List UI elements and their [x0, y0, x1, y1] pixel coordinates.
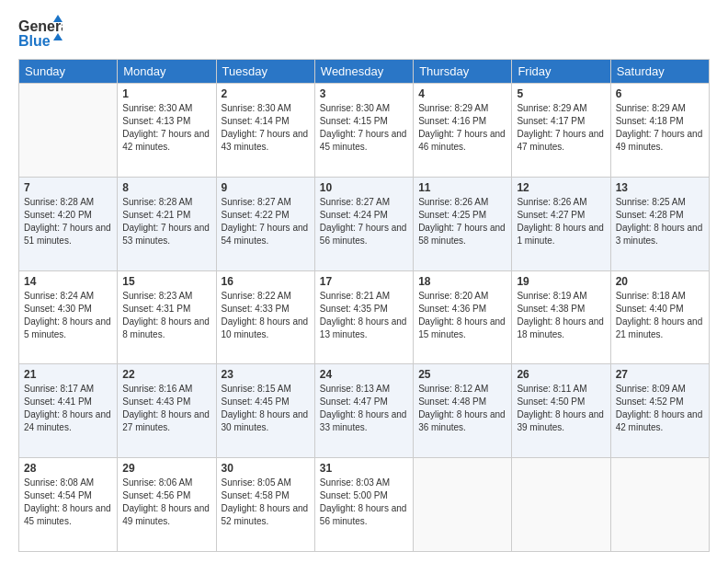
day-number: 4: [418, 87, 506, 100]
day-number: 31: [320, 462, 408, 475]
day-detail: Sunrise: 8:30 AM Sunset: 4:14 PM Dayligh…: [222, 102, 310, 154]
day-number: 25: [418, 368, 506, 381]
day-detail: Sunrise: 8:18 AM Sunset: 4:40 PM Dayligh…: [616, 290, 704, 341]
day-detail: Sunrise: 8:29 AM Sunset: 4:17 PM Dayligh…: [517, 102, 605, 154]
day-detail: Sunrise: 8:11 AM Sunset: 4:50 PM Dayligh…: [517, 383, 605, 434]
calendar-day-cell: 23Sunrise: 8:15 AM Sunset: 4:45 PM Dayli…: [216, 364, 314, 458]
day-detail: Sunrise: 8:27 AM Sunset: 4:22 PM Dayligh…: [222, 196, 310, 247]
page: General Blue SundayMondayTuesdayWednesda…: [0, 0, 728, 563]
day-number: 9: [222, 181, 310, 194]
calendar-day-cell: 27Sunrise: 8:09 AM Sunset: 4:52 PM Dayli…: [610, 364, 709, 458]
calendar-day-cell: 25Sunrise: 8:12 AM Sunset: 4:48 PM Dayli…: [414, 364, 512, 458]
calendar-day-cell: 13Sunrise: 8:25 AM Sunset: 4:28 PM Dayli…: [610, 177, 709, 270]
day-number: 17: [320, 275, 408, 288]
day-detail: Sunrise: 8:27 AM Sunset: 4:24 PM Dayligh…: [320, 196, 408, 247]
day-detail: Sunrise: 8:30 AM Sunset: 4:15 PM Dayligh…: [320, 102, 408, 154]
day-number: 27: [616, 368, 704, 381]
day-number: 23: [222, 368, 310, 381]
day-detail: Sunrise: 8:13 AM Sunset: 4:47 PM Dayligh…: [320, 383, 408, 434]
day-detail: Sunrise: 8:09 AM Sunset: 4:52 PM Dayligh…: [616, 383, 704, 434]
logo: General Blue: [18, 15, 63, 52]
day-number: 15: [122, 275, 210, 288]
day-number: 6: [616, 87, 704, 100]
calendar-day-cell: 30Sunrise: 8:05 AM Sunset: 4:58 PM Dayli…: [216, 458, 314, 552]
day-detail: Sunrise: 8:20 AM Sunset: 4:36 PM Dayligh…: [418, 290, 506, 341]
day-number: 1: [122, 87, 210, 100]
calendar-day-cell: 31Sunrise: 8:03 AM Sunset: 5:00 PM Dayli…: [314, 458, 413, 552]
calendar-day-cell: 8Sunrise: 8:28 AM Sunset: 4:21 PM Daylig…: [118, 177, 216, 270]
calendar-day-cell: 28Sunrise: 8:08 AM Sunset: 4:54 PM Dayli…: [19, 458, 118, 552]
day-detail: Sunrise: 8:17 AM Sunset: 4:41 PM Dayligh…: [24, 383, 112, 434]
day-number: 11: [418, 181, 506, 194]
calendar-table: SundayMondayTuesdayWednesdayThursdayFrid…: [18, 59, 710, 552]
day-number: 19: [517, 275, 605, 288]
day-detail: Sunrise: 8:16 AM Sunset: 4:43 PM Dayligh…: [122, 383, 210, 434]
day-detail: Sunrise: 8:23 AM Sunset: 4:31 PM Dayligh…: [122, 290, 210, 341]
calendar-day-header: Thursday: [414, 60, 512, 84]
day-detail: Sunrise: 8:03 AM Sunset: 5:00 PM Dayligh…: [320, 477, 408, 528]
calendar-week-row: 7Sunrise: 8:28 AM Sunset: 4:20 PM Daylig…: [19, 177, 710, 270]
calendar-day-cell: 18Sunrise: 8:20 AM Sunset: 4:36 PM Dayli…: [414, 270, 512, 364]
day-detail: Sunrise: 8:29 AM Sunset: 4:18 PM Dayligh…: [616, 102, 704, 154]
day-number: 24: [320, 368, 408, 381]
calendar-day-cell: 2Sunrise: 8:30 AM Sunset: 4:14 PM Daylig…: [216, 84, 314, 178]
calendar-header-row: SundayMondayTuesdayWednesdayThursdayFrid…: [19, 60, 710, 84]
calendar-day-cell: 3Sunrise: 8:30 AM Sunset: 4:15 PM Daylig…: [314, 84, 413, 178]
svg-marker-3: [53, 33, 63, 40]
calendar-day-cell: 17Sunrise: 8:21 AM Sunset: 4:35 PM Dayli…: [314, 270, 413, 364]
day-number: 10: [320, 181, 408, 194]
day-number: 22: [122, 368, 210, 381]
day-number: 20: [616, 275, 704, 288]
day-detail: Sunrise: 8:26 AM Sunset: 4:25 PM Dayligh…: [418, 196, 506, 247]
day-number: 8: [122, 181, 210, 194]
day-number: 14: [24, 275, 112, 288]
calendar-day-cell: 19Sunrise: 8:19 AM Sunset: 4:38 PM Dayli…: [512, 270, 610, 364]
day-detail: Sunrise: 8:29 AM Sunset: 4:16 PM Dayligh…: [418, 102, 506, 154]
calendar-day-header: Saturday: [610, 60, 709, 84]
calendar-day-cell: 14Sunrise: 8:24 AM Sunset: 4:30 PM Dayli…: [19, 270, 118, 364]
calendar-day-cell: [610, 458, 709, 552]
calendar-day-cell: 12Sunrise: 8:26 AM Sunset: 4:27 PM Dayli…: [512, 177, 610, 270]
calendar-day-header: Monday: [118, 60, 216, 84]
day-number: 3: [320, 87, 408, 100]
calendar-week-row: 21Sunrise: 8:17 AM Sunset: 4:41 PM Dayli…: [19, 364, 710, 458]
day-number: 16: [222, 275, 310, 288]
day-number: 13: [616, 181, 704, 194]
day-number: 2: [222, 87, 310, 100]
day-number: 18: [418, 275, 506, 288]
day-detail: Sunrise: 8:15 AM Sunset: 4:45 PM Dayligh…: [222, 383, 310, 434]
calendar-day-cell: 10Sunrise: 8:27 AM Sunset: 4:24 PM Dayli…: [314, 177, 413, 270]
day-number: 21: [24, 368, 112, 381]
calendar-day-cell: [512, 458, 610, 552]
calendar-day-cell: 16Sunrise: 8:22 AM Sunset: 4:33 PM Dayli…: [216, 270, 314, 364]
calendar-day-cell: [414, 458, 512, 552]
calendar-day-cell: 5Sunrise: 8:29 AM Sunset: 4:17 PM Daylig…: [512, 84, 610, 178]
day-number: 26: [517, 368, 605, 381]
header: General Blue: [18, 15, 710, 52]
svg-text:Blue: Blue: [18, 33, 51, 49]
day-number: 5: [517, 87, 605, 100]
day-number: 30: [222, 462, 310, 475]
calendar-day-header: Wednesday: [314, 60, 413, 84]
day-detail: Sunrise: 8:25 AM Sunset: 4:28 PM Dayligh…: [616, 196, 704, 247]
calendar-week-row: 28Sunrise: 8:08 AM Sunset: 4:54 PM Dayli…: [19, 458, 710, 552]
day-detail: Sunrise: 8:24 AM Sunset: 4:30 PM Dayligh…: [24, 290, 112, 341]
calendar-day-cell: 9Sunrise: 8:27 AM Sunset: 4:22 PM Daylig…: [216, 177, 314, 270]
calendar-day-cell: 11Sunrise: 8:26 AM Sunset: 4:25 PM Dayli…: [414, 177, 512, 270]
calendar-day-cell: 15Sunrise: 8:23 AM Sunset: 4:31 PM Dayli…: [118, 270, 216, 364]
calendar-week-row: 14Sunrise: 8:24 AM Sunset: 4:30 PM Dayli…: [19, 270, 710, 364]
calendar-day-cell: 21Sunrise: 8:17 AM Sunset: 4:41 PM Dayli…: [19, 364, 118, 458]
day-detail: Sunrise: 8:30 AM Sunset: 4:13 PM Dayligh…: [122, 102, 210, 154]
day-detail: Sunrise: 8:06 AM Sunset: 4:56 PM Dayligh…: [122, 477, 210, 528]
calendar-day-cell: 1Sunrise: 8:30 AM Sunset: 4:13 PM Daylig…: [118, 84, 216, 178]
calendar-day-cell: 29Sunrise: 8:06 AM Sunset: 4:56 PM Dayli…: [118, 458, 216, 552]
calendar-day-header: Tuesday: [216, 60, 314, 84]
day-detail: Sunrise: 8:28 AM Sunset: 4:20 PM Dayligh…: [24, 196, 112, 247]
calendar-day-cell: 24Sunrise: 8:13 AM Sunset: 4:47 PM Dayli…: [314, 364, 413, 458]
calendar-day-header: Friday: [512, 60, 610, 84]
logo-icon: General Blue: [18, 15, 63, 52]
calendar-day-cell: 20Sunrise: 8:18 AM Sunset: 4:40 PM Dayli…: [610, 270, 709, 364]
calendar-day-cell: 22Sunrise: 8:16 AM Sunset: 4:43 PM Dayli…: [118, 364, 216, 458]
day-detail: Sunrise: 8:28 AM Sunset: 4:21 PM Dayligh…: [122, 196, 210, 247]
calendar-day-header: Sunday: [19, 60, 118, 84]
